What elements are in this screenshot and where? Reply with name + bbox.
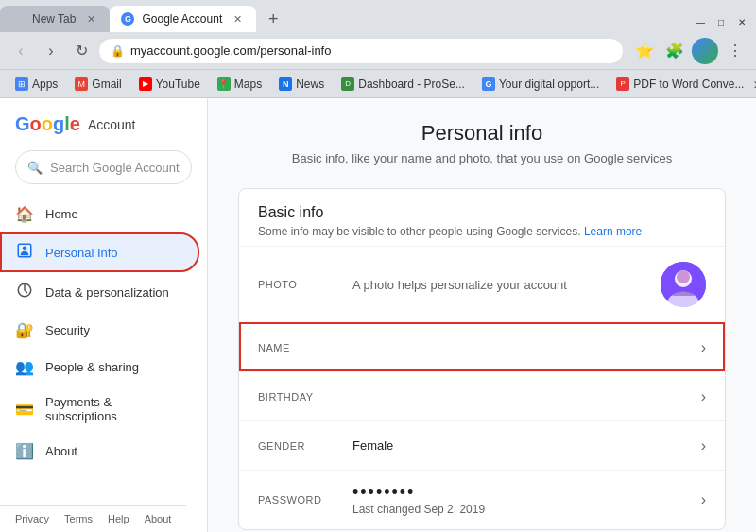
sidebar-item-home-label: Home bbox=[45, 207, 78, 221]
browser-toolbar: ‹ › ↻ 🔒 myaccount.google.com/personal-in… bbox=[0, 32, 756, 70]
birthday-row[interactable]: BIRTHDAY › bbox=[239, 371, 725, 420]
google-logo: Google bbox=[15, 113, 80, 135]
close-button[interactable]: ✕ bbox=[735, 15, 748, 28]
lock-icon: 🔒 bbox=[111, 44, 125, 58]
gmail-favicon: M bbox=[75, 77, 88, 91]
bookmark-maps-label: Maps bbox=[234, 77, 262, 91]
profile-avatar[interactable] bbox=[692, 38, 718, 64]
bookmark-dashboard[interactable]: D Dashboard - ProSe... bbox=[334, 76, 472, 93]
sidebar-item-personal-info[interactable]: Personal Info bbox=[0, 232, 199, 272]
sidebar-item-payments-label: Payments & subscriptions bbox=[45, 395, 184, 423]
sidebar-item-data[interactable]: Data & personalization bbox=[0, 272, 199, 312]
page-subtitle: Basic info, like your name and photo, th… bbox=[238, 151, 726, 165]
sidebar-item-people-label: People & sharing bbox=[45, 360, 139, 374]
bookmark-maps[interactable]: 📍 Maps bbox=[210, 76, 269, 93]
bookmark-youtube[interactable]: ▶ YouTube bbox=[131, 76, 208, 93]
password-row[interactable]: PASSWORD •••••••• Last changed Sep 2, 20… bbox=[239, 470, 725, 529]
address-text: myaccount.google.com/personal-info bbox=[130, 43, 331, 58]
personal-info-icon bbox=[15, 242, 34, 263]
browser-frame: New Tab ✕ G Google Account ✕ + — □ ✕ ‹ ›… bbox=[0, 0, 756, 532]
payments-icon: 💳 bbox=[15, 401, 34, 419]
people-icon: 👥 bbox=[15, 358, 34, 376]
tab-label-newtab: New Tab bbox=[32, 12, 76, 26]
youtube-favicon: ▶ bbox=[139, 77, 152, 91]
password-changed-date: Last changed Sep 2, 2019 bbox=[352, 503, 701, 516]
news-favicon: N bbox=[279, 77, 292, 91]
footer-help-link[interactable]: Help bbox=[108, 513, 129, 524]
page-content: Google Account 🔍 Search Google Account 🏠… bbox=[0, 98, 756, 532]
footer: Privacy Terms Help About bbox=[0, 505, 186, 532]
bookmark-news-label: News bbox=[296, 77, 324, 91]
toolbar-icons: ⭐ 🧩 ⋮ bbox=[631, 38, 748, 64]
main-content: Personal info Basic info, like your name… bbox=[208, 98, 756, 532]
bookmark-pdf[interactable]: P PDF to Word Conve... bbox=[609, 76, 751, 93]
search-icon[interactable]: ⭐ bbox=[631, 38, 658, 64]
footer-terms-link[interactable]: Terms bbox=[64, 513, 93, 524]
basic-info-subtitle: Some info may be visible to other people… bbox=[258, 225, 706, 238]
sidebar-item-home[interactable]: 🏠 Home bbox=[0, 196, 199, 232]
svg-point-1 bbox=[23, 247, 27, 251]
footer-about-link[interactable]: About bbox=[145, 513, 172, 524]
refresh-button[interactable]: ↻ bbox=[68, 38, 94, 64]
back-button[interactable]: ‹ bbox=[8, 38, 34, 64]
extensions-icon[interactable]: 🧩 bbox=[662, 38, 688, 64]
footer-privacy-link[interactable]: Privacy bbox=[15, 513, 49, 524]
name-row[interactable]: NAME › bbox=[239, 322, 725, 371]
home-icon: 🏠 bbox=[15, 205, 34, 223]
search-placeholder: Search Google Account bbox=[50, 161, 180, 175]
sidebar-item-personal-info-label: Personal Info bbox=[45, 246, 118, 260]
bookmarks-bar: ⊞ Apps M Gmail ▶ YouTube 📍 Maps N News D… bbox=[0, 70, 756, 98]
tab-google-account[interactable]: G Google Account ✕ bbox=[110, 6, 256, 32]
window-controls: — □ ✕ bbox=[694, 15, 756, 32]
profile-photo[interactable] bbox=[661, 262, 706, 307]
sidebar-item-payments[interactable]: 💳 Payments & subscriptions bbox=[0, 386, 199, 433]
tab-favicon-google: G bbox=[121, 12, 134, 26]
sidebar-logo: Google Account bbox=[0, 113, 207, 150]
google-account-text: Account bbox=[88, 117, 136, 132]
about-icon: ℹ️ bbox=[15, 442, 34, 460]
bookmark-apps[interactable]: ⊞ Apps bbox=[8, 76, 65, 93]
tab-close-newtab[interactable]: ✕ bbox=[83, 11, 98, 26]
tab-new-tab[interactable]: New Tab ✕ bbox=[0, 6, 110, 32]
name-chevron-icon: › bbox=[701, 339, 706, 356]
bookmark-google-opport[interactable]: G Your digital opport... bbox=[474, 76, 607, 93]
bookmark-pdf-label: PDF to Word Conve... bbox=[633, 77, 744, 91]
photo-row[interactable]: PHOTO A photo helps personalize your acc… bbox=[239, 246, 725, 322]
svg-point-6 bbox=[677, 270, 690, 283]
learn-more-link[interactable]: Learn more bbox=[584, 225, 642, 238]
bookmark-gmail[interactable]: M Gmail bbox=[67, 76, 129, 93]
minimize-button[interactable]: — bbox=[694, 15, 707, 28]
birthday-chevron-icon: › bbox=[701, 388, 706, 405]
sidebar-search[interactable]: 🔍 Search Google Account bbox=[15, 150, 192, 184]
sidebar-item-about[interactable]: ℹ️ About bbox=[0, 433, 199, 470]
password-dots: •••••••• bbox=[352, 484, 701, 501]
more-options-icon[interactable]: ⋮ bbox=[722, 38, 748, 64]
name-label: NAME bbox=[258, 342, 352, 353]
dashboard-favicon: D bbox=[341, 77, 354, 91]
gender-label: GENDER bbox=[258, 440, 352, 452]
sidebar-item-people[interactable]: 👥 People & sharing bbox=[0, 349, 199, 386]
gender-row[interactable]: GENDER Female › bbox=[239, 420, 725, 470]
google-opport-favicon: G bbox=[482, 77, 495, 91]
basic-info-title: Basic info bbox=[258, 204, 706, 221]
gender-chevron-icon: › bbox=[701, 438, 706, 455]
security-icon: 🔐 bbox=[15, 321, 34, 339]
new-tab-button[interactable]: + bbox=[260, 6, 286, 32]
data-icon bbox=[15, 282, 34, 302]
gender-value: Female bbox=[352, 438, 701, 453]
forward-button[interactable]: › bbox=[38, 38, 64, 64]
sidebar-item-security[interactable]: 🔐 Security bbox=[0, 312, 199, 349]
maps-favicon: 📍 bbox=[217, 77, 231, 91]
pdf-favicon: P bbox=[616, 77, 629, 91]
bookmark-google-opport-label: Your digital opport... bbox=[499, 77, 599, 91]
bookmark-news[interactable]: N News bbox=[271, 76, 332, 93]
sidebar-item-data-label: Data & personalization bbox=[45, 285, 169, 300]
page-title: Personal info bbox=[238, 121, 726, 146]
address-bar[interactable]: 🔒 myaccount.google.com/personal-info bbox=[98, 38, 624, 64]
card-header-basic: Basic info Some info may be visible to o… bbox=[239, 189, 725, 246]
sidebar-item-security-label: Security bbox=[45, 323, 90, 337]
bookmark-youtube-label: YouTube bbox=[156, 77, 200, 91]
maximize-button[interactable]: □ bbox=[714, 15, 728, 28]
photo-description: A photo helps personalize your account bbox=[352, 278, 661, 292]
tab-close-google[interactable]: ✕ bbox=[230, 11, 245, 26]
